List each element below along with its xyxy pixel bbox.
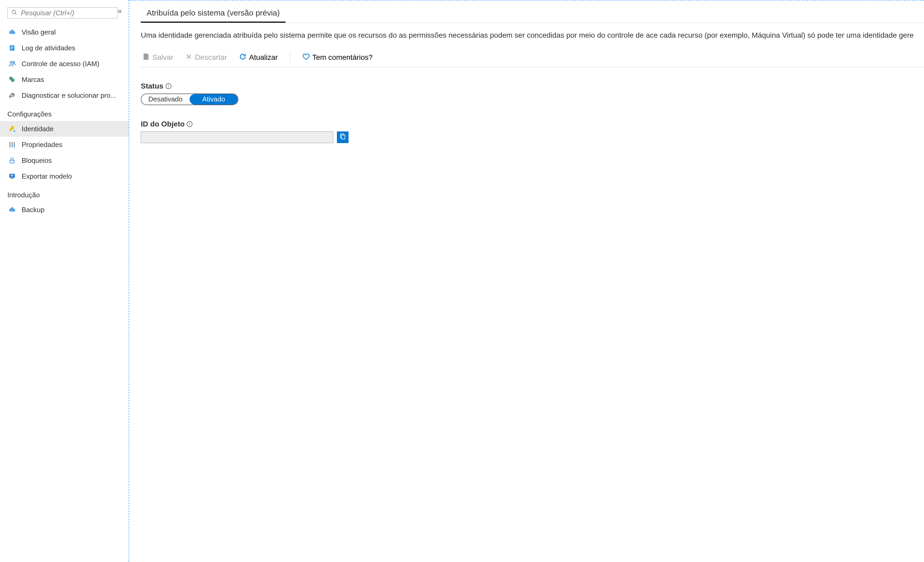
sidebar-item-label: Marcas [22, 76, 129, 84]
wrench-icon [8, 91, 16, 100]
people-icon [8, 60, 16, 68]
svg-point-0 [12, 10, 15, 13]
search-icon [11, 9, 17, 17]
svg-line-1 [15, 13, 16, 15]
tab-bar: Atribuída pelo sistema (versão prévia) [141, 5, 924, 23]
copy-button[interactable] [337, 132, 348, 143]
identity-description: Uma identidade gerenciada atribuída pelo… [141, 30, 924, 40]
search-input[interactable] [21, 9, 114, 17]
svg-point-9 [14, 130, 15, 132]
sidebar-item-iam[interactable]: Controle de acesso (IAM) [0, 56, 129, 72]
toolbar: Salvar Descartar Atualizar Tem comen [141, 52, 924, 67]
sidebar-item-activity-log[interactable]: Log de atividades [0, 40, 129, 56]
svg-rect-20 [145, 57, 147, 59]
sidebar-section-intro: Introdução [0, 184, 129, 202]
object-id-input[interactable] [141, 132, 333, 143]
svg-rect-5 [11, 49, 13, 49]
sidebar-item-identity[interactable]: Identidade [0, 121, 129, 137]
key-icon [8, 124, 16, 133]
search-box[interactable] [8, 7, 118, 18]
discard-button[interactable]: Descartar [184, 52, 228, 63]
sidebar-scroll[interactable]: Visão geral Log de atividades Controle d… [0, 24, 129, 561]
object-id-field: ID do Objeto i [141, 120, 924, 143]
sidebar-item-label: Identidade [22, 125, 129, 133]
refresh-button[interactable]: Atualizar [237, 52, 279, 63]
button-label: Atualizar [249, 53, 278, 61]
sidebar-item-properties[interactable]: Propriedades [0, 137, 129, 153]
collapse-sidebar-button[interactable]: « [118, 6, 126, 15]
status-on-option[interactable]: Ativado [189, 94, 238, 105]
svg-point-7 [13, 61, 15, 63]
info-icon[interactable]: i [165, 83, 171, 89]
copy-icon [339, 133, 346, 141]
sidebar: « Visão geral Log [0, 0, 129, 562]
svg-point-8 [13, 126, 14, 127]
sidebar-item-overview[interactable]: Visão geral [0, 24, 129, 40]
sidebar-item-export-template[interactable]: Exportar modelo [0, 168, 129, 184]
refresh-icon [239, 53, 246, 62]
svg-rect-18 [11, 178, 13, 178]
main-panel: Atribuída pelo sistema (versão prévia) U… [129, 0, 924, 562]
tags-icon [8, 75, 16, 84]
field-label-text: ID do Objeto [141, 120, 184, 128]
sidebar-item-label: Bloqueios [22, 156, 129, 165]
sidebar-item-backup[interactable]: Backup [0, 202, 129, 217]
sidebar-item-label: Backup [22, 206, 129, 214]
lock-icon [8, 156, 16, 165]
button-label: Descartar [195, 53, 227, 61]
field-label-text: Status [141, 82, 164, 90]
sidebar-section-settings: Configurações [0, 103, 129, 121]
sidebar-item-label: Propriedades [22, 141, 129, 149]
save-icon [142, 53, 150, 62]
status-off-option[interactable]: Desativado [141, 94, 189, 105]
sidebar-item-label: Controle de acesso (IAM) [22, 60, 129, 68]
sidebar-item-label: Exportar modelo [22, 172, 129, 180]
cloud-icon [8, 28, 16, 36]
export-icon [8, 172, 16, 180]
sidebar-item-diagnose[interactable]: Diagnosticar e solucionar pro... [0, 87, 129, 103]
sidebar-item-tags[interactable]: Marcas [0, 72, 129, 87]
sidebar-item-label: Diagnosticar e solucionar pro... [22, 91, 129, 100]
svg-rect-15 [14, 142, 15, 144]
sidebar-item-label: Log de atividades [22, 44, 129, 52]
svg-rect-3 [11, 46, 14, 47]
toolbar-separator [290, 52, 290, 63]
feedback-button[interactable]: Tem comentários? [301, 52, 374, 63]
close-icon [185, 53, 192, 62]
sidebar-item-locks[interactable]: Bloqueios [0, 153, 129, 168]
svg-rect-4 [11, 48, 14, 48]
svg-rect-14 [12, 145, 13, 146]
sidebar-item-label: Visão geral [22, 28, 129, 36]
heart-icon [302, 53, 310, 62]
svg-rect-13 [9, 143, 11, 144]
button-label: Salvar [152, 53, 173, 61]
svg-rect-23 [342, 135, 345, 139]
status-field: Status i Desativado Ativado [141, 82, 924, 105]
svg-point-6 [10, 61, 12, 63]
log-icon [8, 44, 16, 52]
sliders-icon [8, 141, 16, 149]
tab-system-assigned[interactable]: Atribuída pelo sistema (versão prévia) [141, 5, 285, 22]
status-toggle[interactable]: Desativado Ativado [141, 93, 238, 105]
info-icon[interactable]: i [187, 121, 192, 127]
svg-rect-16 [10, 160, 14, 163]
save-button[interactable]: Salvar [141, 52, 175, 63]
cloud-icon [8, 205, 16, 214]
button-label: Tem comentários? [312, 53, 373, 61]
svg-rect-19 [145, 54, 147, 55]
